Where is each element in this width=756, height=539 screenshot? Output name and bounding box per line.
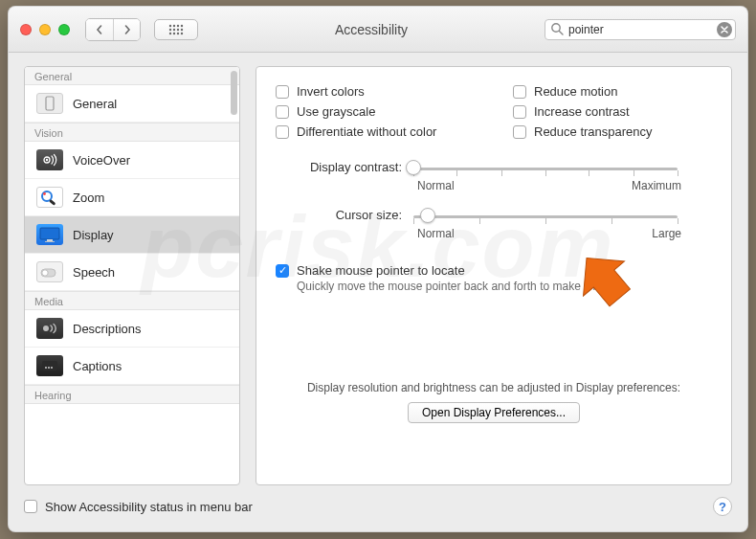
reduce-transparency-checkbox[interactable]: Reduce transparency [513,124,712,139]
back-button[interactable] [86,19,113,40]
display-contrast-row: Display contrast: NormalMaximum [276,160,712,192]
svg-point-16 [46,159,48,161]
svg-rect-21 [47,239,53,241]
clear-search-button[interactable] [717,22,732,37]
display-contrast-slider[interactable] [413,160,678,177]
sidebar-group-general: General [25,67,239,85]
descriptions-icon [36,318,63,339]
grid-icon [168,24,184,35]
svg-point-6 [177,28,179,30]
checkbox-icon [276,85,289,99]
sidebar-item-label: Zoom [73,191,104,205]
captions-icon [36,355,63,376]
sidebar-item-label: Speech [73,265,115,280]
sidebar-item-label: Descriptions [73,322,142,336]
help-button[interactable]: ? [713,497,732,516]
checkbox-label: Differentiate without color [297,124,436,139]
window-title: Accessibility [206,22,537,37]
footer: Show Accessibility status in menu bar ? [24,495,732,518]
sidebar: General General Vision VoiceOver Zoom [24,66,240,485]
sidebar-item-captions[interactable]: Captions [25,348,239,385]
slider-thumb[interactable] [406,160,421,175]
open-display-prefs-button[interactable]: Open Display Preferences... [408,402,580,423]
nav-buttons [85,18,141,41]
sidebar-group-vision: Vision [25,123,239,142]
status-in-menubar-checkbox[interactable]: Show Accessibility status in menu bar [24,500,253,514]
checkbox-label: Invert colors [297,84,365,99]
zoom-icon [36,187,63,208]
slider-min-label: Normal [417,179,455,192]
svg-point-28 [48,367,50,369]
checkbox-label: Show Accessibility status in menu bar [45,500,253,514]
checkbox-label: Reduce motion [534,84,617,99]
svg-rect-14 [46,97,54,110]
display-prefs-note: Display resolution and brightness can be… [256,381,731,394]
checkbox-checked-icon: ✓ [276,264,289,278]
svg-point-5 [173,28,175,30]
svg-rect-26 [42,361,57,371]
minimize-window-button[interactable] [39,24,51,35]
invert-colors-checkbox[interactable]: Invert colors [276,84,475,99]
chevron-left-icon [95,25,104,34]
forward-button[interactable] [113,19,140,40]
shake-pointer-hint: Quickly move the mouse pointer back and … [297,280,712,293]
general-icon [36,93,63,114]
svg-point-8 [169,32,171,34]
search-icon [550,22,564,38]
svg-point-24 [42,270,48,276]
diff-without-color-checkbox[interactable]: Differentiate without color [276,124,475,139]
svg-point-3 [181,24,183,26]
display-contrast-label: Display contrast: [276,160,410,174]
checkbox-label: Use grayscale [297,104,375,119]
reduce-motion-checkbox[interactable]: Reduce motion [513,84,712,99]
show-all-prefs-button[interactable] [154,19,198,40]
svg-line-13 [559,31,563,34]
search-wrap [545,19,736,40]
increase-contrast-checkbox[interactable]: Increase contrast [513,104,712,119]
sidebar-scrollbar[interactable] [231,71,237,115]
svg-point-7 [181,28,183,30]
sidebar-group-hearing: Hearing [25,385,239,404]
titlebar: Accessibility [9,7,747,53]
svg-rect-18 [49,199,56,206]
sidebar-item-display[interactable]: Display [25,216,239,254]
sidebar-item-descriptions[interactable]: Descriptions [25,310,239,348]
sidebar-item-label: Captions [73,359,122,373]
checkbox-icon [276,125,289,139]
svg-point-4 [169,28,171,30]
sidebar-item-speech[interactable]: Speech [25,254,239,291]
use-grayscale-checkbox[interactable]: Use grayscale [276,104,475,119]
sidebar-item-label: Display [73,228,114,242]
cursor-size-row: Cursor size: NormalLarge [276,208,712,240]
accessibility-window: Accessibility General General Vision [8,6,748,532]
svg-point-27 [45,367,47,369]
traffic-lights [20,24,70,35]
svg-point-1 [173,24,175,26]
search-input[interactable] [545,19,736,40]
shake-pointer-checkbox[interactable]: ✓ Shake mouse pointer to locate [276,263,712,278]
sidebar-item-general[interactable]: General [25,85,239,123]
display-panel: Invert colors Use grayscale Differentiat… [256,66,732,485]
checkbox-icon [24,500,37,513]
sidebar-group-media: Media [25,291,239,310]
close-window-button[interactable] [20,24,32,35]
svg-point-29 [51,367,53,369]
svg-point-25 [43,326,49,331]
svg-rect-22 [45,241,55,242]
svg-point-9 [173,32,175,34]
zoom-window-button[interactable] [58,24,70,35]
svg-point-19 [43,192,46,195]
slider-max-label: Maximum [632,179,681,192]
svg-point-10 [177,32,179,34]
cursor-size-label: Cursor size: [276,208,410,222]
cursor-size-slider[interactable] [413,208,678,225]
checkbox-icon [513,85,526,99]
sidebar-item-label: General [73,97,117,111]
svg-point-0 [169,24,171,26]
checkbox-icon [513,105,526,119]
display-icon [36,224,63,245]
sidebar-item-voiceover[interactable]: VoiceOver [25,142,239,179]
sidebar-item-zoom[interactable]: Zoom [25,179,239,216]
checkbox-icon [513,125,526,139]
chevron-right-icon [122,25,132,34]
